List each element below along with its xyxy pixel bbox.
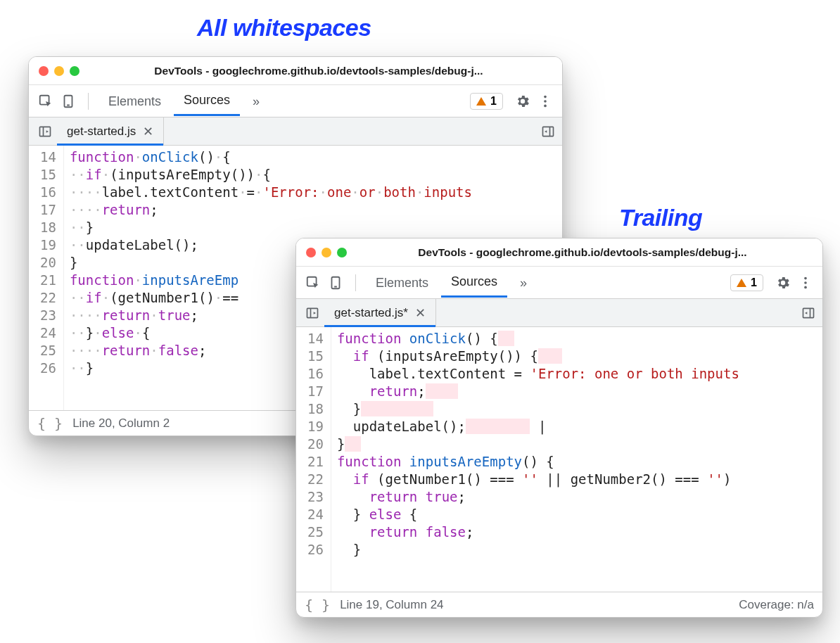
svg-point-14 [804, 281, 807, 284]
tab-overflow[interactable]: » [510, 269, 537, 297]
minimize-window-button[interactable] [54, 66, 64, 76]
debugger-toggle-icon[interactable] [534, 117, 562, 145]
line-gutter: 14151617181920212223242526 [296, 327, 331, 592]
navigator-toggle-icon[interactable] [300, 299, 324, 326]
cursor-position: Line 19, Column 24 [340, 598, 443, 612]
minimize-window-button[interactable] [322, 248, 331, 257]
svg-point-13 [804, 276, 807, 279]
close-window-button[interactable] [39, 66, 49, 76]
line-gutter: 14151617181920212223242526 [29, 146, 64, 410]
file-tab-get-started-js[interactable]: get-started.js* ✕ [324, 299, 436, 326]
titlebar: DevTools - googlechrome.github.io/devtoo… [29, 57, 562, 85]
inspect-icon[interactable] [36, 91, 56, 111]
close-window-button[interactable] [306, 248, 316, 257]
warnings-badge[interactable]: 1 [730, 274, 763, 291]
svg-rect-18 [803, 308, 814, 317]
divider [355, 274, 356, 291]
warning-icon [476, 97, 486, 106]
device-toggle-icon[interactable] [58, 91, 78, 111]
annotation-all-whitespaces: All whitespaces [197, 14, 371, 42]
kebab-menu-icon[interactable] [535, 91, 555, 111]
coverage-status: Coverage: n/a [739, 598, 814, 612]
cursor-position: Line 20, Column 2 [72, 416, 170, 431]
traffic-lights [39, 66, 79, 76]
file-tab-label: get-started.js [67, 125, 136, 139]
devtools-toolbar: Elements Sources » 1 [296, 267, 822, 299]
settings-icon[interactable] [773, 273, 793, 293]
close-tab-icon[interactable]: ✕ [143, 124, 153, 139]
file-tab-label: get-started.js* [334, 306, 408, 320]
tab-elements[interactable]: Elements [98, 87, 171, 115]
tab-sources[interactable]: Sources [174, 86, 240, 116]
settings-icon[interactable] [513, 91, 533, 111]
inspect-icon[interactable] [303, 273, 323, 293]
annotation-trailing: Trailing [619, 204, 702, 231]
format-icon[interactable]: { } [37, 415, 63, 432]
devtools-window-trailing: DevTools - googlechrome.github.io/devtoo… [295, 238, 823, 618]
tab-overflow[interactable]: » [243, 87, 269, 115]
status-bar: { } Line 19, Column 24 Coverage: n/a [296, 592, 822, 617]
window-title: DevTools - googlechrome.github.io/devtoo… [352, 246, 813, 259]
debugger-toggle-icon[interactable] [794, 299, 822, 326]
svg-point-5 [544, 104, 547, 107]
tab-elements[interactable]: Elements [366, 269, 438, 297]
maximize-window-button[interactable] [337, 248, 347, 257]
code-content[interactable]: function onClick() { if (inputsAreEmpty(… [331, 327, 739, 592]
devtools-toolbar: Elements Sources » 1 [29, 85, 562, 117]
tab-sources[interactable]: Sources [441, 267, 507, 298]
code-editor[interactable]: 14151617181920212223242526 function onCl… [296, 327, 822, 592]
file-tab-get-started-js[interactable]: get-started.js ✕ [57, 117, 164, 145]
warnings-badge[interactable]: 1 [470, 93, 503, 110]
warning-count: 1 [751, 276, 757, 289]
close-tab-icon[interactable]: ✕ [415, 305, 426, 321]
file-tabs-bar: get-started.js ✕ [29, 117, 562, 146]
file-tabs-bar: get-started.js* ✕ [296, 299, 822, 327]
svg-point-15 [804, 286, 807, 288]
titlebar: DevTools - googlechrome.github.io/devtoo… [296, 238, 822, 267]
svg-rect-8 [543, 127, 554, 136]
svg-rect-6 [40, 127, 51, 136]
window-title: DevTools - googlechrome.github.io/devtoo… [85, 65, 552, 77]
device-toggle-icon[interactable] [326, 273, 345, 293]
warning-count: 1 [490, 95, 497, 108]
svg-point-3 [544, 95, 547, 98]
svg-point-4 [544, 100, 547, 103]
traffic-lights [306, 248, 347, 257]
divider [88, 93, 89, 110]
kebab-menu-icon[interactable] [796, 273, 815, 293]
warning-icon [737, 279, 746, 287]
maximize-window-button[interactable] [70, 66, 79, 76]
navigator-toggle-icon[interactable] [33, 117, 57, 145]
svg-rect-16 [307, 308, 318, 317]
format-icon[interactable]: { } [305, 597, 330, 613]
